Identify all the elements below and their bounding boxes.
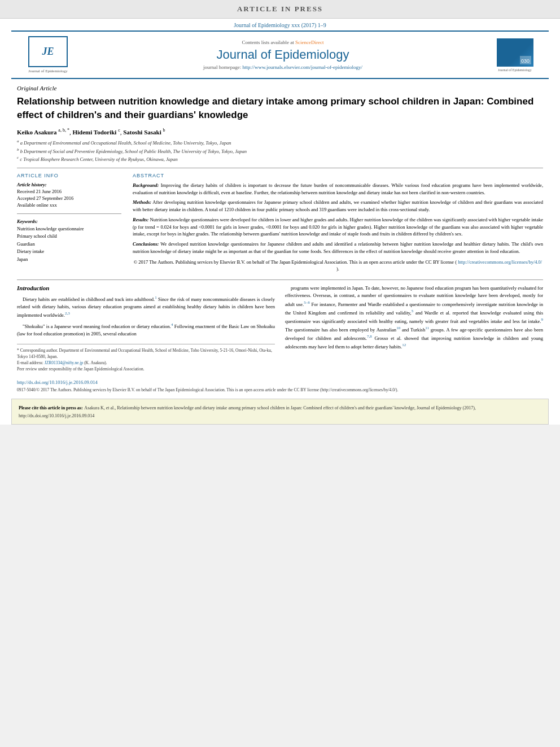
article-info-abstract: ARTICLE INFO Article history: Received 2…	[17, 173, 543, 273]
ref-5-8: 5–8	[304, 300, 310, 305]
journal-logo-right: 030 Journal of Epidemiology	[492, 38, 537, 72]
intro-para-2: "Shokuiku" is a Japanese word meaning fo…	[17, 322, 275, 338]
affil-c-sup: c	[17, 155, 19, 160]
author-sasaki: Satoshi Sasaki	[123, 128, 161, 135]
author-asakura: Keiko Asakura	[17, 128, 57, 135]
received-date: Received 21 June 2016	[17, 189, 121, 195]
keywords-section: Keywords: Nutrition knowledge questionna…	[17, 219, 121, 264]
affil-b-text: b Department of Social and Preventive Ep…	[20, 148, 247, 154]
divider-1	[17, 168, 543, 168]
journal-ref-text: Journal of Epidemiology xxx (2017) 1–9	[234, 22, 326, 28]
intro-right-para: programs were implemented in Japan. To d…	[285, 285, 543, 350]
svg-text:030: 030	[521, 58, 530, 64]
affil-c: c c Tropical Biosphere Research Center, …	[17, 155, 543, 163]
affil-a-sup: a	[17, 139, 19, 143]
ref-4: 4	[171, 322, 173, 327]
contents-avail: Contents lists available at ScienceDirec…	[79, 40, 487, 45]
ref-5: 5	[412, 309, 414, 313]
peer-review-text: Peer review under responsibility of the …	[17, 366, 275, 372]
journal-logo-left: JE Journal of Epidemiology	[23, 36, 73, 73]
right-logo-label: Journal of Epidemiology	[498, 68, 532, 72]
abstract-background: Background: Improving the dietary habits…	[133, 182, 543, 196]
doi-link[interactable]: http://dx.doi.org/10.1016/j.je.2016.09.0…	[17, 379, 543, 385]
journal-header: JE Journal of Epidemiology Contents list…	[11, 30, 549, 79]
ref-12: 12	[402, 343, 406, 347]
citation-box: Please cite this article in press as: As…	[11, 399, 549, 425]
affil-b-sup: b	[17, 147, 19, 152]
copyright-text: © 2017 The Authors. Publishing services …	[133, 259, 543, 273]
intro-two-col: Introduction Dietary habits are establis…	[17, 285, 543, 372]
results-text: Nutrition knowledge questionnaires were …	[133, 217, 543, 237]
abstract-title: ABSTRACT	[133, 173, 543, 178]
abstract-results: Results: Nutrition knowledge questionnai…	[133, 216, 543, 238]
homepage-url-link[interactable]: http://www.journals.elsevier.com/journal…	[242, 64, 362, 70]
ref-1: 1	[155, 295, 157, 300]
please-cite-label: Please cite this article in press as:	[19, 405, 83, 410]
cc-url-end: ).	[336, 266, 339, 272]
background-text: Improving the dietary habits of children…	[133, 182, 543, 195]
citation-text: Asakura K, et al., Relationship between …	[19, 405, 476, 418]
methods-label: Methods:	[133, 199, 151, 205]
introduction-section: Introduction Dietary habits are establis…	[17, 279, 543, 372]
journal-title-center: Contents lists available at ScienceDirec…	[79, 40, 487, 70]
main-content: Original Article Relationship between nu…	[0, 79, 560, 399]
intro-heading: Introduction	[17, 285, 275, 291]
author-todoriki: Hidemi Todoriki	[72, 128, 116, 135]
conclusions-label: Conclusions:	[133, 241, 159, 247]
sciencedirect-link[interactable]: ScienceDirect	[295, 40, 323, 45]
footnote-email-link[interactable]: JZR01334@nifty.ne.jp	[45, 360, 84, 365]
bottom-links: http://dx.doi.org/10.1016/j.je.2016.09.0…	[17, 377, 543, 393]
abstract-methods: Methods: After developing nutrition know…	[133, 199, 543, 213]
methods-text: After developing nutrition knowledge que…	[133, 199, 543, 212]
intro-left-col: Introduction Dietary habits are establis…	[17, 285, 275, 372]
journal-homepage: journal homepage: http://www.journals.el…	[79, 64, 487, 70]
email-label: E-mail address:	[17, 360, 45, 365]
asakura-affil: a, b, *	[58, 128, 69, 133]
email-suffix: (K. Asakura).	[84, 360, 107, 365]
sasaki-affil: b	[163, 128, 165, 133]
keyword-4: Japan	[17, 256, 121, 264]
journal-main-title: Journal of Epidemiology	[79, 47, 487, 62]
footnote-area: * Corresponding author. Department of En…	[17, 344, 275, 373]
ref-9: 9	[541, 317, 544, 322]
affil-a: a a Department of Environmental and Occu…	[17, 138, 543, 147]
affil-b: b b Department of Social and Preventive …	[17, 147, 543, 155]
ref-11: 11	[425, 326, 429, 330]
article-info-col: ARTICLE INFO Article history: Received 2…	[17, 173, 121, 273]
article-info-title: ARTICLE INFO	[17, 173, 121, 178]
authors-line: Keiko Asakura a, b, *, Hidemi Todoriki c…	[17, 128, 543, 136]
keyword-3: Dietary intake	[17, 248, 121, 256]
footnote-corresponding: * Corresponding author. Department of En…	[17, 347, 275, 360]
footnote-email: E-mail address: JZR01334@nifty.ne.jp (K.…	[17, 360, 275, 366]
ref-10: 10	[396, 326, 400, 330]
abstract-conclusions: Conclusions: We developed nutrition know…	[133, 241, 543, 255]
article-history: Article history: Received 21 June 2016 A…	[17, 182, 121, 209]
results-label: Results:	[133, 217, 148, 222]
affil-c-text: c Tropical Biosphere Research Center, Un…	[20, 156, 178, 162]
affil-a-text: a Department of Environmental and Occupa…	[20, 140, 231, 146]
banner-text: ARTICLE IN PRESS	[237, 5, 323, 13]
page: ARTICLE IN PRESS Journal of Epidemiology…	[0, 0, 560, 425]
ref-7-8: 7,8	[367, 334, 372, 339]
intro-para-1: Dietary habits are established in childh…	[17, 295, 275, 319]
copyright-text-content: © 2017 The Authors. Publishing services …	[134, 259, 457, 265]
article-type: Original Article	[17, 85, 543, 91]
cc-license-link[interactable]: http://creativecommons.org/licenses/by/4…	[458, 259, 542, 265]
conclusions-text: We developed nutrition knowledge questio…	[133, 241, 543, 254]
available-date: Available online xxx	[17, 202, 121, 209]
intro-right-col: programs were implemented in Japan. To d…	[285, 285, 543, 372]
article-in-press-banner: ARTICLE IN PRESS	[0, 0, 560, 19]
right-logo-image: 030	[497, 38, 533, 67]
logo-label: Journal of Epidemiology	[28, 69, 68, 73]
logo-text: JE	[42, 46, 54, 58]
background-label: Background:	[133, 182, 159, 188]
homepage-label: journal homepage:	[203, 64, 241, 70]
affiliations: a a Department of Environmental and Occu…	[17, 138, 543, 163]
history-label: Article history:	[17, 182, 121, 187]
keyword-2: Guardian	[17, 241, 121, 248]
divider-keywords	[17, 213, 121, 214]
journal-reference: Journal of Epidemiology xxx (2017) 1–9	[0, 19, 560, 30]
ref-2-3: 2,3	[65, 311, 70, 316]
article-title: Relationship between nutrition knowledge…	[17, 95, 543, 122]
abstract-col: ABSTRACT Background: Improving the dieta…	[133, 173, 543, 273]
